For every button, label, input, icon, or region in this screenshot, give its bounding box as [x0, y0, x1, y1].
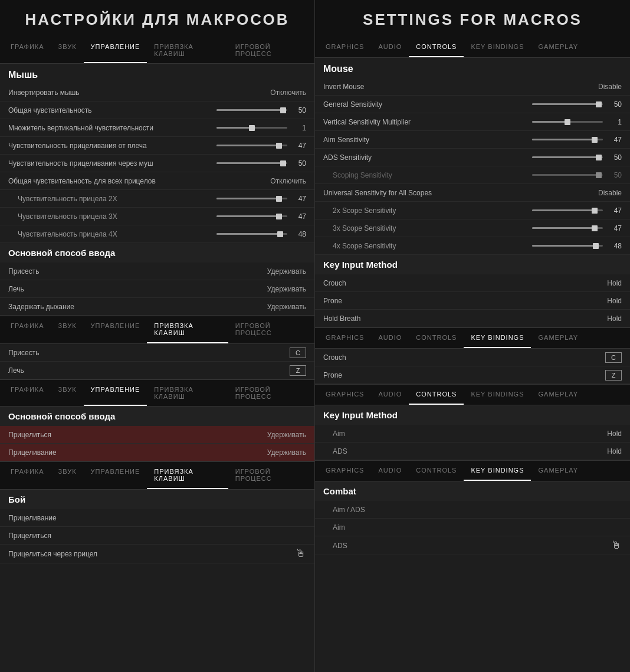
left-bot2-tab-graphics[interactable]: ГРАФИКА — [4, 462, 51, 489]
left-bot-tab-audio[interactable]: ЗВУК — [51, 380, 84, 406]
right-4x-scope: 4x Scope Sensitivity 48 — [315, 237, 630, 255]
right-mid-tab-keybindings[interactable]: KEY BINDINGS — [464, 328, 531, 348]
right-tab-keybindings[interactable]: KEY BINDINGS — [464, 37, 531, 57]
left-bot2-tab-controls[interactable]: УПРАВЛЕНИЕ — [84, 462, 147, 489]
left-bot-tab-keybindings[interactable]: ПРИВЯЗКА КЛАВИШ — [147, 380, 228, 406]
left-aim-row: Прицелиться Удерживать — [0, 426, 314, 444]
right-bot2-tab-controls[interactable]: CONTROLS — [409, 461, 464, 481]
left-combat-header: Бой — [0, 490, 314, 509]
left-panel: НАСТРОЙКИ ДЛЯ МАКРОСОВ ГРАФИКА ЗВУК УПРА… — [0, 0, 315, 672]
right-bot2-tab-audio[interactable]: AUDIO — [371, 461, 409, 481]
right-3x-scope: 3x Scope Sensitivity 47 — [315, 219, 630, 237]
left-mouse-icon: 🖱 — [296, 548, 306, 560]
left-2x-scope: Чувствительность прицела 2Х 47 — [0, 190, 314, 208]
left-vert-sensitivity: Множитель вертикальной чувствительности … — [0, 119, 314, 137]
left-mid-tab-controls[interactable]: УПРАВЛЕНИЕ — [84, 316, 147, 343]
right-bot-tab-graphics[interactable]: GRAPHICS — [319, 385, 371, 405]
left-ads-sensitivity: Чувствительность прицеливания через муш … — [0, 155, 314, 172]
right-scoping-sensitivity: Scoping Sensitivity 50 — [315, 166, 630, 184]
left-mouse-header: Мышь — [0, 64, 314, 84]
right-bot-tab-keybindings[interactable]: KEY BINDINGS — [464, 385, 531, 405]
left-tab-gameplay[interactable]: ИГРОВОЙ ПРОЦЕСС — [228, 37, 311, 63]
right-ads-row: ADS Hold — [315, 442, 630, 460]
left-tab-graphics[interactable]: ГРАФИКА — [4, 37, 51, 63]
right-gen-sens-track — [532, 103, 603, 105]
right-mouse-icon: 🖱 — [611, 539, 622, 552]
left-vert-sens-track — [216, 127, 287, 129]
left-nav-top: ГРАФИКА ЗВУК УПРАВЛЕНИЕ ПРИВЯЗКА КЛАВИШ … — [0, 37, 314, 64]
left-tab-controls[interactable]: УПРАВЛЕНИЕ — [84, 37, 147, 63]
left-tab-audio[interactable]: ЗВУК — [51, 37, 84, 63]
left-key-input-header: Основной способ ввода — [0, 243, 314, 263]
left-nav-bottom: ГРАФИКА ЗВУК УПРАВЛЕНИЕ ПРИВЯЗКА КЛАВИШ … — [0, 379, 314, 407]
right-mid-tab-graphics[interactable]: GRAPHICS — [319, 328, 371, 348]
right-aim-row: Aim Hold — [315, 425, 630, 442]
left-bot2-tab-keybindings[interactable]: ПРИВЯЗКА КЛАВИШ — [147, 462, 228, 489]
left-crouch-key[interactable]: C — [290, 348, 306, 358]
right-general-sensitivity: General Sensitivity 50 — [315, 96, 630, 113]
left-aim-sens-track — [216, 145, 287, 146]
right-bot2-tab-gameplay[interactable]: GAMEPLAY — [531, 461, 585, 481]
right-binding-crouch: Crouch C — [315, 349, 630, 366]
right-prone-key[interactable]: Z — [605, 370, 622, 381]
main-container: НАСТРОЙКИ ДЛЯ МАКРОСОВ ГРАФИКА ЗВУК УПРА… — [0, 0, 630, 672]
left-bot-tab-graphics[interactable]: ГРАФИКА — [4, 380, 51, 406]
left-bottom-section: Основной способ ввода — [0, 407, 314, 426]
left-gen-sens-track — [216, 109, 287, 111]
right-crouch-row: Crouch Hold — [315, 274, 630, 292]
left-mid-tab-graphics[interactable]: ГРАФИКА — [4, 316, 51, 343]
right-bot-tab-gameplay[interactable]: GAMEPLAY — [531, 385, 585, 405]
right-holdbreath-row: Hold Breath Hold — [315, 310, 630, 327]
right-bottom-section: Key Input Method — [315, 405, 630, 425]
right-universal-sensitivity: Universal Sensitivity for All Scopes Dis… — [315, 184, 630, 202]
left-mid-tab-audio[interactable]: ЗВУК — [51, 316, 84, 343]
left-universal-sensitivity: Общая чувствительность для всех прицелов… — [0, 172, 314, 190]
right-tab-gameplay[interactable]: GAMEPLAY — [531, 37, 585, 57]
right-bot2-tab-graphics[interactable]: GRAPHICS — [319, 461, 371, 481]
right-vert-sensitivity: Vertical Sensitivity Multiplier 1 — [315, 113, 630, 131]
left-mid-tab-gameplay[interactable]: ИГРОВОЙ ПРОЦЕСС — [228, 316, 311, 343]
left-bot2-tab-gameplay[interactable]: ИГРОВОЙ ПРОЦЕСС — [228, 462, 311, 489]
right-tab-audio[interactable]: AUDIO — [371, 37, 409, 57]
left-prone-row: Лечь Удерживать — [0, 280, 314, 298]
left-combat-aiming: Прицеливание — [0, 509, 314, 527]
right-aim-sensitivity: Aim Sensitivity 47 — [315, 131, 630, 149]
right-nav-bottom2: GRAPHICS AUDIO CONTROLS KEY BINDINGS GAM… — [315, 460, 630, 481]
left-general-sensitivity: Общая чувствительность 50 — [0, 101, 314, 119]
right-2x-scope: 2x Scope Sensitivity 47 — [315, 202, 630, 219]
left-crouch-row: Присесть Удерживать — [0, 263, 314, 280]
right-title: SETTINGS FOR MACROS — [315, 0, 630, 37]
right-bot2-tab-keybindings[interactable]: KEY BINDINGS — [464, 461, 531, 481]
right-mid-tab-gameplay[interactable]: GAMEPLAY — [531, 328, 585, 348]
left-holdbreath-row: Задержать дыхание Удерживать — [0, 298, 314, 316]
right-mid-tab-controls[interactable]: CONTROLS — [409, 328, 464, 348]
left-tab-keybindings[interactable]: ПРИВЯЗКА КЛАВИШ — [147, 37, 228, 63]
right-crouch-key[interactable]: C — [605, 352, 622, 363]
left-nav-mid: ГРАФИКА ЗВУК УПРАВЛЕНИЕ ПРИВЯЗКА КЛАВИШ … — [0, 316, 314, 344]
left-mid-tab-keybindings[interactable]: ПРИВЯЗКА КЛАВИШ — [147, 316, 228, 343]
left-ads-sens-track — [216, 162, 287, 164]
left-prone-key[interactable]: Z — [290, 365, 306, 376]
right-tab-controls[interactable]: CONTROLS — [409, 37, 464, 57]
right-nav-top: GRAPHICS AUDIO CONTROLS KEY BINDINGS GAM… — [315, 37, 630, 58]
left-4x-scope: Чувствительность прицела 4Х 48 — [0, 225, 314, 243]
right-ads-sensitivity: ADS Sensitivity 50 — [315, 149, 630, 166]
right-combat-header: Combat — [315, 481, 630, 501]
right-combat-aim-ads: Aim / ADS — [315, 501, 630, 519]
right-combat-aim: Aim — [315, 519, 630, 536]
right-mid-tab-audio[interactable]: AUDIO — [371, 328, 409, 348]
right-tab-graphics[interactable]: GRAPHICS — [319, 37, 371, 57]
right-key-input-header: Key Input Method — [315, 255, 630, 274]
right-bot-tab-audio[interactable]: AUDIO — [371, 385, 409, 405]
right-nav-mid: GRAPHICS AUDIO CONTROLS KEY BINDINGS GAM… — [315, 327, 630, 349]
left-binding-crouch: Присесть C — [0, 344, 314, 362]
left-combat-aim: Прицелиться — [0, 527, 314, 545]
left-bot-tab-gameplay[interactable]: ИГРОВОЙ ПРОЦЕСС — [228, 380, 311, 406]
left-bot-tab-controls[interactable]: УПРАВЛЕНИЕ — [84, 380, 147, 406]
left-title: НАСТРОЙКИ ДЛЯ МАКРОСОВ — [0, 0, 314, 37]
right-bot-tab-controls[interactable]: CONTROLS — [409, 385, 464, 405]
right-binding-prone: Prone Z — [315, 366, 630, 384]
right-mouse-header: Mouse — [315, 58, 630, 78]
right-nav-bottom: GRAPHICS AUDIO CONTROLS KEY BINDINGS GAM… — [315, 384, 630, 405]
left-bot2-tab-audio[interactable]: ЗВУК — [51, 462, 84, 489]
